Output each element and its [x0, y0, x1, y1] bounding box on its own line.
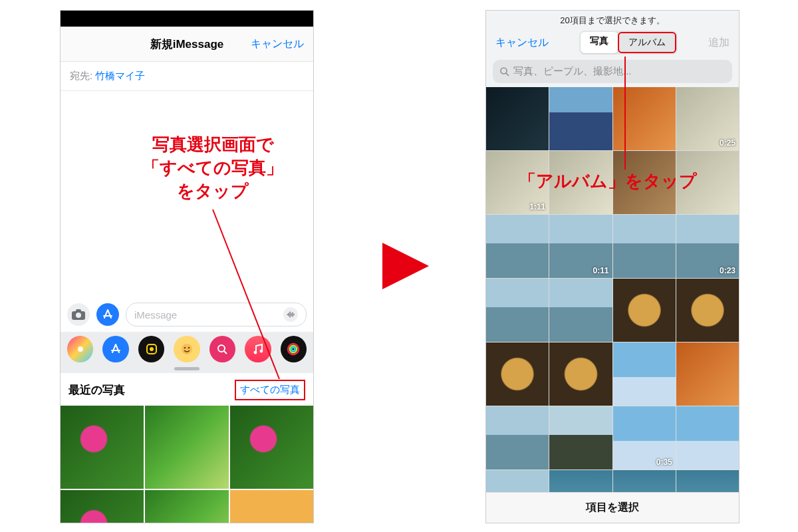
photo-thumb[interactable]	[61, 490, 144, 523]
video-duration: 0:23	[720, 266, 735, 275]
photo-thumb[interactable]	[676, 406, 739, 469]
svg-point-11	[259, 350, 263, 353]
photo-thumb[interactable]	[613, 279, 676, 342]
audio-wave-icon[interactable]	[283, 307, 298, 322]
recent-photos-title: 最近の写真	[68, 382, 125, 398]
message-placeholder: iMessage	[134, 309, 177, 321]
svg-point-14	[292, 347, 295, 350]
photo-thumb[interactable]	[145, 406, 228, 489]
search-app-icon[interactable]	[209, 336, 235, 362]
activity-app-icon[interactable]	[281, 336, 307, 362]
video-thumb[interactable]: 0:25	[676, 87, 739, 150]
transition-arrow-icon	[362, 226, 442, 306]
svg-point-3	[78, 346, 83, 352]
photo-thumb[interactable]	[145, 490, 228, 523]
video-duration: 1:11	[529, 202, 545, 211]
video-thumb[interactable]: 0:22	[613, 470, 676, 492]
all-photos-button[interactable]: すべての写真	[235, 380, 305, 400]
photo-grid: 0:25 1:11 0:11 0:23 0:35 0:26 0:22 0:22	[486, 87, 739, 492]
photos-app-icon[interactable]	[67, 336, 93, 362]
recent-photos-header: 最近の写真 すべての写真	[61, 373, 313, 406]
svg-point-2	[76, 313, 81, 318]
svg-point-15	[501, 68, 507, 74]
memoji-app-icon[interactable]	[138, 336, 164, 362]
sheet-backdrop	[61, 21, 313, 27]
recent-photos-grid	[61, 406, 313, 523]
photo-thumb[interactable]	[676, 342, 739, 406]
photo-thumb[interactable]	[486, 215, 549, 278]
recipient-label: 宛先:	[70, 70, 92, 81]
drawer-grabber[interactable]	[61, 364, 313, 373]
search-field[interactable]: 写真、ピープル、撮影地...	[493, 60, 732, 83]
photo-thumb[interactable]	[61, 406, 144, 489]
photo-thumb[interactable]	[486, 406, 549, 469]
photo-thumb[interactable]	[613, 215, 676, 278]
picker-toolbar: キャンセル 写真 アルバム 追加	[486, 28, 739, 60]
svg-point-9	[218, 345, 225, 352]
photo-thumb[interactable]	[613, 87, 676, 150]
video-duration: 0:11	[593, 266, 608, 275]
video-duration: 0:25	[720, 138, 735, 148]
photo-thumb[interactable]	[549, 279, 612, 342]
photo-thumb[interactable]	[230, 490, 313, 523]
cancel-button[interactable]: キャンセル	[251, 37, 304, 51]
appstore-icon[interactable]	[96, 303, 119, 326]
music-app-icon[interactable]	[245, 336, 271, 362]
phone-right: 20項目まで選択できます。 キャンセル 写真 アルバム 追加 写真、ピープル、撮…	[485, 10, 739, 523]
recipient-name[interactable]: 竹橋マイ子	[95, 70, 145, 81]
video-thumb[interactable]: 0:11	[549, 215, 612, 278]
photo-thumb[interactable]	[676, 151, 739, 214]
svg-point-8	[188, 347, 190, 349]
svg-point-5	[150, 347, 154, 351]
photo-thumb[interactable]	[676, 279, 739, 342]
photo-thumb[interactable]	[486, 342, 549, 406]
phone-left: 新規iMessage キャンセル 宛先: 竹橋マイ子 iMessage	[60, 10, 314, 523]
appstore-app-icon[interactable]	[102, 336, 128, 362]
message-input[interactable]: iMessage	[126, 303, 307, 327]
photo-thumb[interactable]	[613, 342, 676, 406]
recipient-row[interactable]: 宛先: 竹橋マイ子	[61, 62, 313, 91]
segment-photos[interactable]: 写真	[581, 32, 618, 53]
video-thumb[interactable]: 0:26	[486, 470, 549, 492]
selection-limit-label: 20項目まで選択できます。	[486, 11, 739, 28]
message-body	[61, 91, 313, 297]
svg-marker-18	[382, 243, 429, 289]
nav-title: 新規iMessage	[150, 37, 224, 52]
compose-sheet: 新規iMessage キャンセル 宛先: 竹橋マイ子 iMessage	[61, 27, 313, 523]
imessage-app-strip	[61, 332, 313, 364]
photo-thumb[interactable]	[549, 87, 612, 150]
photo-thumb[interactable]	[549, 151, 612, 214]
svg-point-6	[182, 344, 192, 354]
photo-thumb[interactable]	[486, 279, 549, 342]
search-placeholder: 写真、ピープル、撮影地...	[513, 65, 632, 78]
nav-bar: 新規iMessage キャンセル	[61, 27, 313, 62]
cancel-button[interactable]: キャンセル	[495, 36, 549, 50]
video-thumb[interactable]: 0:35	[613, 406, 676, 469]
stickers-app-icon[interactable]	[174, 336, 200, 362]
photo-thumb[interactable]	[549, 406, 612, 469]
svg-point-10	[253, 351, 257, 354]
video-thumb[interactable]: 0:22	[676, 470, 739, 492]
svg-rect-1	[76, 309, 81, 313]
photo-thumb[interactable]	[549, 342, 612, 406]
camera-icon[interactable]	[67, 303, 90, 326]
add-button[interactable]: 追加	[708, 36, 730, 50]
video-thumb[interactable]: 1:11	[486, 151, 549, 214]
segmented-control: 写真 アルバム	[579, 31, 678, 55]
photo-thumb[interactable]	[230, 406, 313, 489]
video-thumb[interactable]: 0:23	[676, 215, 739, 278]
photo-thumb[interactable]	[613, 151, 676, 214]
status-bar	[61, 11, 313, 21]
svg-point-7	[184, 347, 186, 349]
video-duration: 0:35	[656, 458, 672, 467]
picker-footer: 項目を選択	[486, 492, 739, 523]
photo-thumb[interactable]	[549, 470, 612, 492]
search-icon	[499, 66, 509, 76]
photo-thumb[interactable]	[486, 87, 549, 150]
segment-albums[interactable]: アルバム	[618, 32, 676, 53]
input-bar: iMessage	[61, 297, 313, 332]
